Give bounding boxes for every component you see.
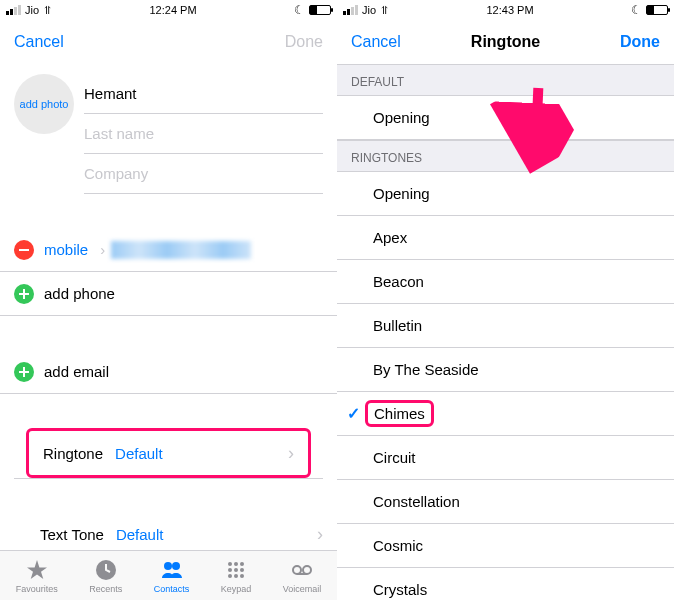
- svg-point-10: [234, 574, 238, 578]
- add-phone-row[interactable]: add phone: [0, 272, 337, 316]
- list-item[interactable]: Constellation: [337, 480, 674, 524]
- clock: 12:43 PM: [486, 4, 533, 16]
- svg-point-13: [303, 566, 311, 574]
- list-item[interactable]: Circuit: [337, 436, 674, 480]
- svg-point-8: [240, 568, 244, 572]
- company-field[interactable]: Company: [84, 154, 323, 194]
- ringtone-label: Ringtone: [43, 445, 103, 462]
- tab-keypad[interactable]: Keypad: [221, 558, 252, 594]
- tab-favourites[interactable]: Favourites: [16, 558, 58, 594]
- list-item[interactable]: By The Seaside: [337, 348, 674, 392]
- svg-point-3: [228, 562, 232, 566]
- svg-point-5: [240, 562, 244, 566]
- page-title: Ringtone: [471, 33, 540, 51]
- svg-point-6: [228, 568, 232, 572]
- section-default-header: DEFAULT: [337, 64, 674, 96]
- svg-point-7: [234, 568, 238, 572]
- texttone-row[interactable]: Text Tone Default ›: [0, 513, 337, 550]
- texttone-label: Text Tone: [40, 526, 104, 543]
- svg-point-1: [164, 562, 172, 570]
- svg-point-9: [228, 574, 232, 578]
- add-photo-button[interactable]: add photo: [14, 74, 74, 134]
- add-email-row[interactable]: add email: [0, 350, 337, 394]
- cancel-button[interactable]: Cancel: [14, 33, 64, 51]
- add-email-icon: [14, 362, 34, 382]
- status-bar: Jio ⥣ 12:24 PM ☾: [0, 0, 337, 20]
- list-item[interactable]: ✓Chimes: [337, 392, 674, 436]
- tab-voicemail[interactable]: Voicemail: [283, 558, 322, 594]
- last-name-field[interactable]: Last name: [84, 114, 323, 154]
- tab-recents[interactable]: Recents: [89, 558, 122, 594]
- ringtone-picker-screen: Jio ⥣ 12:43 PM ☾ Cancel Ringtone Done DE…: [337, 0, 674, 600]
- ringtone-highlight: Ringtone Default ›: [26, 428, 311, 478]
- dnd-icon: ☾: [631, 3, 642, 17]
- nav-bar: Cancel Done: [0, 20, 337, 64]
- keypad-icon: [224, 558, 248, 582]
- tab-contacts[interactable]: Contacts: [154, 558, 190, 594]
- tab-bar: Favourites Recents Contacts Keypad Voice…: [0, 550, 337, 600]
- ringtone-row[interactable]: Ringtone Default ›: [29, 431, 308, 475]
- delete-phone-icon[interactable]: [14, 240, 34, 260]
- section-ringtones-header: RINGTONES: [337, 140, 674, 172]
- phone-type-label[interactable]: mobile: [44, 241, 88, 258]
- add-phone-label: add phone: [44, 285, 115, 302]
- texttone-value: Default: [116, 526, 164, 543]
- done-button[interactable]: Done: [285, 33, 323, 51]
- phone-number-blurred[interactable]: [111, 241, 251, 259]
- selected-highlight: Chimes: [365, 400, 434, 427]
- list-item[interactable]: Opening: [337, 172, 674, 216]
- add-email-label: add email: [44, 363, 109, 380]
- clock-icon: [94, 558, 118, 582]
- signal-icon: [343, 5, 358, 15]
- svg-point-11: [240, 574, 244, 578]
- list-item[interactable]: Cosmic: [337, 524, 674, 568]
- svg-point-2: [172, 562, 180, 570]
- checkmark-icon: ✓: [347, 404, 360, 423]
- nav-bar: Cancel Ringtone Done: [337, 20, 674, 64]
- list-item[interactable]: Crystals: [337, 568, 674, 600]
- contact-edit-screen: Jio ⥣ 12:24 PM ☾ Cancel Done add photo H…: [0, 0, 337, 600]
- phone-row[interactable]: mobile ›: [0, 228, 337, 272]
- first-name-field[interactable]: Hemant: [84, 74, 323, 114]
- dnd-icon: ☾: [294, 3, 305, 17]
- signal-icon: [6, 5, 21, 15]
- contacts-icon: [160, 558, 184, 582]
- carrier-label: Jio: [25, 4, 39, 16]
- chevron-right-icon: ›: [288, 443, 294, 464]
- cancel-button[interactable]: Cancel: [351, 33, 401, 51]
- carrier-label: Jio: [362, 4, 376, 16]
- battery-icon: [646, 5, 668, 15]
- svg-point-12: [293, 566, 301, 574]
- list-item[interactable]: Bulletin: [337, 304, 674, 348]
- list-item[interactable]: Apex: [337, 216, 674, 260]
- clock: 12:24 PM: [149, 4, 196, 16]
- chevron-right-icon: ›: [317, 524, 323, 545]
- add-phone-icon: [14, 284, 34, 304]
- chevron-right-icon: ›: [100, 241, 105, 258]
- star-icon: [25, 558, 49, 582]
- battery-icon: [309, 5, 331, 15]
- done-button[interactable]: Done: [620, 33, 660, 51]
- status-bar: Jio ⥣ 12:43 PM ☾: [337, 0, 674, 20]
- list-item[interactable]: Beacon: [337, 260, 674, 304]
- ringtone-value: Default: [115, 445, 163, 462]
- voicemail-icon: [290, 558, 314, 582]
- svg-point-4: [234, 562, 238, 566]
